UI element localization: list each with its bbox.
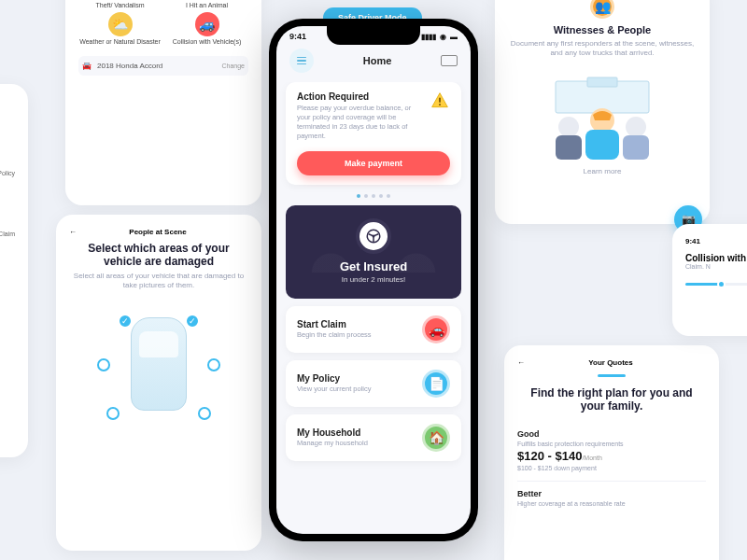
- svg-rect-1: [587, 77, 617, 87]
- svg-rect-9: [439, 104, 441, 105]
- bg-screen-collision-claim: 9:41 Collision with Another Claim. N: [672, 224, 747, 336]
- my-policy-item[interactable]: My Policy View your current policy 📄: [286, 360, 461, 407]
- get-insured-sub: In under 2 minutes!: [297, 275, 450, 284]
- battery-icon: ▬: [450, 33, 458, 41]
- policy-icon: 📄: [422, 370, 450, 398]
- svg-point-2: [558, 117, 579, 137]
- quotes-title: Find the right plan for you and your fam…: [517, 386, 706, 413]
- make-payment-button[interactable]: Make payment: [297, 151, 450, 175]
- car-illustration: [131, 317, 187, 411]
- far-left-item: 📄: [0, 134, 15, 170]
- action-desc: Please pay your overdue balance, or your…: [297, 104, 418, 142]
- status-time: 9:41: [289, 32, 306, 41]
- claim-type-item[interactable]: 🔓 Theft/ Vandalism: [78, 0, 162, 8]
- vehicle-selector[interactable]: 🚘 2018 Honda Accord Change: [78, 56, 248, 76]
- household-icon: 🏠: [422, 424, 450, 452]
- bg-screen-quotes: ← Your Quotes Find the right plan for yo…: [504, 345, 719, 560]
- action-required-card: Action Required Please pay your overdue …: [286, 82, 461, 185]
- damage-header: People at Scene: [129, 228, 186, 236]
- warning-icon: [430, 91, 450, 110]
- svg-rect-8: [439, 98, 441, 103]
- claim-icon: 🚗: [422, 315, 450, 343]
- my-household-item[interactable]: My Household Manage my household 🏠: [286, 414, 461, 461]
- steering-wheel-icon: [356, 218, 391, 254]
- bg-screen-far-left: 📄 Policy 🚗 art Claim: [0, 84, 28, 457]
- collision-icon: 🚙: [195, 12, 219, 36]
- damage-point-empty[interactable]: [106, 407, 120, 420]
- change-link[interactable]: Change: [221, 63, 245, 69]
- svg-point-6: [626, 117, 646, 137]
- back-arrow-icon[interactable]: ←: [69, 228, 77, 236]
- notch: [327, 26, 420, 45]
- claim-type-item[interactable]: 🦌 I Hit an Animal: [165, 0, 248, 8]
- get-insured-title: Get Insured: [297, 259, 450, 273]
- people-illustration: [508, 66, 697, 160]
- start-claim-item[interactable]: Start Claim Begin the claim process 🚗: [286, 306, 461, 353]
- car-icon: 🚘: [82, 62, 92, 70]
- damage-title: Select which areas of your vehicle are d…: [69, 242, 248, 268]
- back-arrow-icon[interactable]: ←: [517, 358, 525, 367]
- weather-icon: ⛅: [108, 12, 133, 36]
- quote-good[interactable]: Good Fulfills basic protection requireme…: [517, 422, 706, 482]
- phone-frame: 9:41 ▮▮▮▮ ◉ ▬ Home Action Required Pleas…: [269, 19, 478, 541]
- bg-screen-damage: ← People at Scene Select which areas of …: [56, 215, 261, 551]
- carousel-dots: [286, 194, 461, 198]
- page-title: Home: [363, 55, 392, 66]
- damage-point-empty[interactable]: [97, 358, 110, 371]
- far-left-item: 🚗: [0, 195, 15, 231]
- action-title: Action Required: [297, 91, 418, 102]
- claim-type-item[interactable]: 🚙 Collision with Vehicle(s): [165, 12, 248, 45]
- witnesses-sub: Document any first responders at the sce…: [508, 39, 697, 59]
- damage-point[interactable]: ✓: [185, 314, 200, 329]
- claim-type-item[interactable]: ⛅ Weather or Natural Disaster: [78, 12, 162, 45]
- svg-rect-5: [585, 130, 619, 160]
- progress-track: [685, 283, 747, 286]
- quote-better[interactable]: Better Higher coverage at a reasonable r…: [517, 482, 706, 516]
- get-insured-card[interactable]: Get Insured In under 2 minutes!: [286, 205, 461, 299]
- svg-rect-7: [623, 135, 649, 160]
- learn-more-link[interactable]: Learn more: [508, 167, 697, 175]
- damage-sub: Select all areas of your vehicle that ar…: [69, 272, 248, 291]
- damage-point[interactable]: ✓: [118, 314, 133, 329]
- app-header: Home: [276, 43, 471, 82]
- bg-screen-claim-types: 🔓 Theft/ Vandalism 🦌 I Hit an Animal ⛅ W…: [65, 0, 261, 205]
- signal-icon: ▮▮▮▮: [421, 33, 436, 41]
- wifi-icon: ◉: [440, 33, 446, 41]
- phone-screen: 9:41 ▮▮▮▮ ◉ ▬ Home Action Required Pleas…: [276, 26, 471, 534]
- menu-button[interactable]: [289, 49, 314, 73]
- bg-screen-witnesses: 👥 Witnesses & People Document any first …: [495, 0, 710, 224]
- quotes-header: Your Quotes: [588, 358, 632, 367]
- damage-point-empty[interactable]: [198, 407, 211, 420]
- witnesses-title: Witnesses & People: [508, 24, 697, 35]
- svg-rect-3: [556, 135, 582, 160]
- witness-header-icon: 👥: [590, 0, 614, 19]
- damage-point-empty[interactable]: [207, 358, 220, 371]
- card-icon[interactable]: [441, 55, 458, 66]
- progress-indicator: [598, 374, 626, 377]
